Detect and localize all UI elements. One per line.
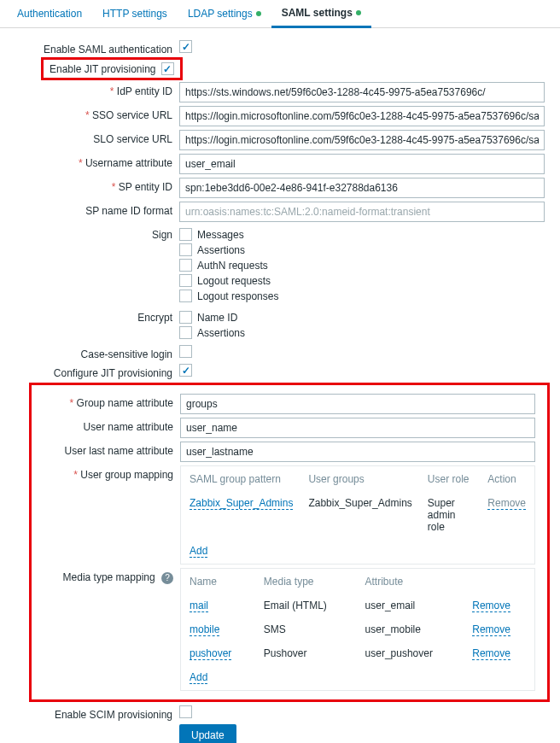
sign-option-label: Logout responses bbox=[197, 290, 278, 302]
encrypt-checkbox-0[interactable] bbox=[179, 311, 192, 324]
enable-jit-checkbox[interactable] bbox=[161, 62, 174, 75]
enable-scim-checkbox[interactable] bbox=[179, 705, 192, 718]
ugm-role-cell: Super admin role bbox=[421, 492, 480, 538]
help-icon[interactable]: ? bbox=[161, 572, 173, 584]
tab-saml-label: SAML settings bbox=[282, 7, 353, 19]
sign-option-label: AuthN requests bbox=[197, 260, 268, 272]
slo-url-label: SLO service URL bbox=[0, 130, 179, 145]
encrypt-checkbox-1[interactable] bbox=[179, 326, 192, 339]
tab-authentication[interactable]: Authentication bbox=[7, 0, 92, 27]
mtm-mtype-cell: SMS bbox=[257, 618, 357, 641]
enable-scim-label: Enable SCIM provisioning bbox=[0, 705, 179, 721]
sign-option-label: Assertions bbox=[197, 244, 245, 256]
user-group-mapping-label: User group mapping bbox=[35, 465, 180, 481]
sign-checkbox-0[interactable] bbox=[179, 228, 192, 241]
tab-ldap-label: LDAP settings bbox=[188, 8, 253, 20]
jit-provisioning-panel: Group name attribute User name attribute… bbox=[29, 383, 550, 702]
sp-nameid-input[interactable] bbox=[179, 202, 545, 222]
sign-label: Sign bbox=[0, 225, 179, 241]
mtm-header-attr: Attribute bbox=[359, 570, 464, 593]
group-name-attr-label: Group name attribute bbox=[35, 394, 180, 409]
sso-url-input[interactable] bbox=[179, 106, 545, 126]
slo-url-input[interactable] bbox=[179, 130, 545, 150]
username-attr-input[interactable] bbox=[179, 154, 545, 174]
mtm-header-name: Name bbox=[183, 570, 255, 593]
mtm-add-link[interactable]: Add bbox=[190, 671, 207, 684]
ugm-add-link[interactable]: Add bbox=[190, 545, 207, 558]
tabs-bar: Authentication HTTP settings LDAP settin… bbox=[0, 0, 560, 28]
ugm-header-action: Action bbox=[481, 468, 533, 490]
sign-option-label: Messages bbox=[197, 229, 244, 241]
mtm-name-link[interactable]: pushover bbox=[190, 647, 231, 660]
mtm-header-mtype: Media type bbox=[257, 570, 357, 593]
status-dot-icon bbox=[356, 10, 361, 15]
tab-saml-settings[interactable]: SAML settings bbox=[271, 0, 371, 28]
saml-form: Enable SAML authentication Enable JIT pr… bbox=[0, 28, 560, 743]
encrypt-label: Encrypt bbox=[0, 308, 179, 324]
table-row: mobileSMSuser_mobileRemove bbox=[183, 618, 533, 641]
user-lastname-attr-label: User last name attribute bbox=[35, 442, 180, 457]
mtm-remove-link[interactable]: Remove bbox=[472, 623, 510, 636]
sign-checkbox-3[interactable] bbox=[179, 274, 192, 287]
case-sensitive-checkbox[interactable] bbox=[179, 345, 192, 358]
ugm-pattern-link[interactable]: Zabbix_Super_Admins bbox=[190, 497, 293, 510]
encrypt-option-label: Assertions bbox=[197, 327, 245, 339]
media-type-mapping-table: Name Media type Attribute mailEmail (HTM… bbox=[180, 568, 535, 691]
username-attr-label: Username attribute bbox=[0, 154, 179, 169]
sp-entity-label: SP entity ID bbox=[0, 178, 179, 193]
idp-entity-input[interactable] bbox=[179, 82, 545, 102]
user-group-mapping-table: SAML group pattern User groups User role… bbox=[180, 465, 535, 565]
tab-ldap-settings[interactable]: LDAP settings bbox=[178, 0, 271, 27]
media-type-mapping-label: Media type mapping ? bbox=[35, 568, 180, 584]
mtm-name-link[interactable]: mobile bbox=[190, 623, 219, 636]
sign-checkbox-2[interactable] bbox=[179, 259, 192, 272]
sign-checkbox-4[interactable] bbox=[179, 290, 192, 302]
sign-checkbox-1[interactable] bbox=[179, 243, 192, 256]
mtm-attr-cell: user_email bbox=[359, 594, 464, 617]
idp-entity-label: IdP entity ID bbox=[0, 82, 179, 97]
enable-jit-label: Enable JIT provisioning bbox=[50, 63, 156, 75]
mtm-mtype-cell: Email (HTML) bbox=[257, 594, 357, 617]
configure-jit-checkbox[interactable] bbox=[179, 364, 192, 377]
update-button[interactable]: Update bbox=[179, 724, 236, 743]
table-row: mailEmail (HTML)user_emailRemove bbox=[183, 594, 533, 617]
sso-url-label: SSO service URL bbox=[0, 106, 179, 121]
ugm-groups-cell: Zabbix_Super_Admins bbox=[301, 492, 418, 538]
ugm-header-role: User role bbox=[421, 468, 480, 490]
status-dot-icon bbox=[256, 11, 261, 16]
mtm-remove-link[interactable]: Remove bbox=[472, 600, 510, 612]
user-name-attr-label: User name attribute bbox=[35, 418, 180, 433]
tab-http-settings[interactable]: HTTP settings bbox=[92, 0, 178, 27]
mtm-mtype-cell: Pushover bbox=[257, 642, 357, 664]
mtm-label-text: Media type mapping bbox=[63, 571, 155, 583]
ugm-header-groups: User groups bbox=[301, 468, 418, 490]
mtm-attr-cell: user_pushover bbox=[359, 642, 464, 664]
table-row: pushoverPushoveruser_pushoverRemove bbox=[183, 642, 533, 664]
ugm-header-pattern: SAML group pattern bbox=[183, 468, 300, 490]
enable-saml-label: Enable SAML authentication bbox=[0, 40, 179, 56]
ugm-remove-link[interactable]: Remove bbox=[487, 497, 526, 510]
table-row: Zabbix_Super_AdminsZabbix_Super_AdminsSu… bbox=[183, 492, 533, 538]
group-name-attr-input[interactable] bbox=[180, 394, 535, 414]
sign-option-label: Logout requests bbox=[197, 275, 271, 287]
sp-nameid-label: SP name ID format bbox=[0, 202, 179, 217]
user-lastname-attr-input[interactable] bbox=[180, 442, 535, 462]
mtm-remove-link[interactable]: Remove bbox=[472, 647, 510, 660]
configure-jit-label: Configure JIT provisioning bbox=[0, 364, 179, 379]
sp-entity-input[interactable] bbox=[179, 178, 545, 198]
encrypt-option-label: Name ID bbox=[197, 312, 237, 324]
user-name-attr-input[interactable] bbox=[180, 418, 535, 438]
mtm-header-action bbox=[465, 570, 533, 593]
mtm-attr-cell: user_mobile bbox=[359, 618, 464, 641]
case-sensitive-label: Case-sensitive login bbox=[0, 345, 179, 360]
mtm-name-link[interactable]: mail bbox=[190, 600, 208, 612]
enable-saml-checkbox[interactable] bbox=[179, 40, 192, 53]
enable-jit-highlight: Enable JIT provisioning bbox=[43, 59, 181, 79]
